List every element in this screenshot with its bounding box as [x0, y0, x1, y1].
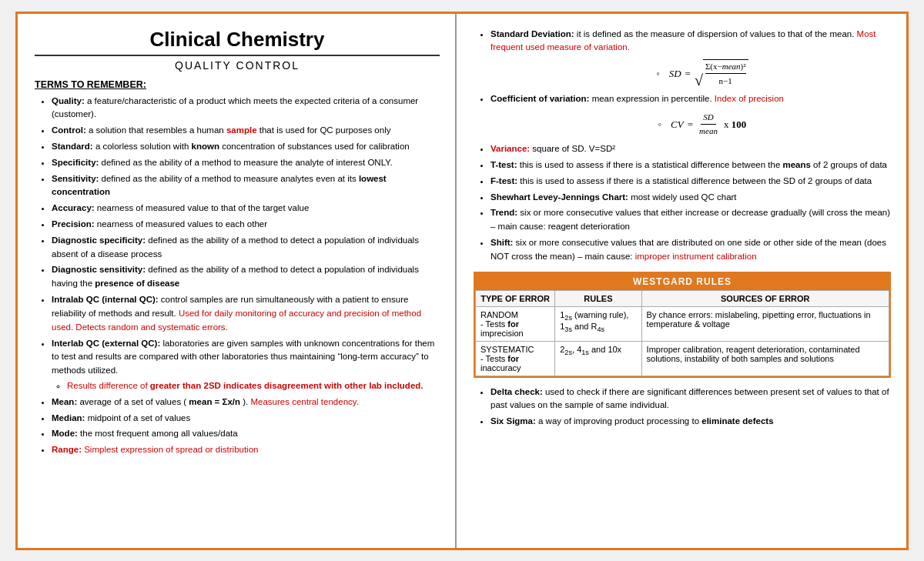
page-container: Clinical Chemistry QUALITY CONTROL TERMS…	[15, 12, 909, 550]
term-highlight: presence of disease	[95, 279, 179, 288]
list-item: Shift: six or more consecutive values th…	[490, 236, 891, 264]
westgard-header: WESTGARD RULES	[475, 273, 889, 290]
list-item: T-test: this is used to assess if there …	[490, 159, 891, 172]
list-item: Intralab QC (internal QC): control sampl…	[52, 293, 440, 334]
term-text: it is defined as the measure of dispersi…	[577, 29, 857, 38]
sources: By chance errors: mislabeling, pipetting…	[641, 306, 889, 341]
term-text: that is used for QC purposes only	[259, 125, 391, 135]
sd-formula-block: ◦ SD = √ Σ(x−mean)² n−1	[514, 59, 891, 88]
term-text: used to check if there are significant d…	[490, 387, 889, 410]
list-item: Control: a solution that resembles a hum…	[52, 124, 440, 138]
subtitle: QUALITY CONTROL	[35, 59, 440, 72]
cv-numerator: SD	[701, 111, 715, 125]
westgard-table: TYPE OF ERROR RULES SOURCES OF ERROR RAN…	[475, 290, 889, 376]
term-label: Median:	[52, 413, 85, 422]
formula-circle: ◦	[656, 68, 660, 79]
term-label: Intralab QC (internal QC):	[52, 295, 159, 304]
right-column: Standard Deviation: it is defined as the…	[457, 14, 906, 548]
term-label: Standard Deviation:	[490, 29, 574, 38]
error-type: SYSTEMATIC- Tests for inaccuracy	[476, 341, 555, 376]
list-item: Diagnostic specificity: defined as the a…	[52, 234, 440, 262]
list-item: Standard: a colorless solution with know…	[52, 140, 440, 154]
sd-formula: SD = √ Σ(x−mean)² n−1	[669, 59, 748, 88]
term-label: Six Sigma:	[490, 416, 536, 426]
list-item: Coefficient of variation: mean expressio…	[490, 92, 891, 138]
term-text: nearness of measured value to that of th…	[97, 203, 310, 212]
term-label: Mean:	[52, 397, 77, 406]
term-text: nearness of measured values to each othe…	[97, 219, 267, 229]
left-column: Clinical Chemistry QUALITY CONTROL TERMS…	[18, 14, 457, 548]
term-label: Mode:	[52, 429, 78, 438]
term-label: T-test:	[490, 160, 517, 169]
denominator: n−1	[705, 73, 746, 88]
list-item: Standard Deviation: it is defined as the…	[490, 28, 891, 88]
term-text: ).	[243, 397, 250, 406]
col-header-rules: RULES	[555, 290, 641, 306]
sub-highlight: Results difference of greater than 2SD i…	[67, 381, 424, 390]
list-item: Accuracy: nearness of measured value to …	[52, 202, 440, 215]
list-item: Median: midpoint of a set of values	[52, 412, 440, 426]
table-row: RANDOM- Tests for imprecision 12s (warni…	[476, 306, 889, 341]
cv-denominator: mean	[697, 125, 720, 138]
numerator: Σ(x−mean)²	[705, 60, 746, 73]
term-label: Range:	[52, 445, 82, 454]
list-item: Mean: average of a set of values ( mean …	[52, 396, 440, 409]
term-text: midpoint of a set of values	[88, 413, 191, 422]
term-text: this is used to assess if there is a sta…	[520, 160, 887, 169]
sub-list: Results difference of greater than 2SD i…	[52, 379, 440, 393]
sqrt-wrapper: √ Σ(x−mean)² n−1	[695, 59, 748, 88]
list-item: Results difference of greater than 2SD i…	[67, 379, 440, 393]
term-text: Simplest expression of spread or distrib…	[84, 445, 258, 454]
term-text: square of SD. V=SD²	[532, 144, 615, 153]
list-item: Shewhart Levey-Jennings Chart: most wide…	[490, 191, 891, 205]
term-text: the most frequent among all values/data	[80, 429, 238, 438]
term-label: Diagnostic sensitivity:	[52, 265, 146, 274]
term-highlight: mean = Σx/n	[189, 397, 240, 406]
term-label: Control:	[52, 125, 86, 135]
page-title: Clinical Chemistry	[35, 28, 440, 52]
list-item: Precision: nearness of measured values t…	[52, 218, 440, 232]
list-item: Diagnostic sensitivity: defined as the a…	[52, 263, 440, 291]
table-row: SYSTEMATIC- Tests for inaccuracy 22s, 41…	[476, 341, 889, 376]
list-item: Mode: the most frequent among all values…	[52, 427, 440, 441]
cv-fraction: SD mean	[697, 111, 720, 138]
formula-circle: ◦	[658, 119, 662, 130]
term-text: this is used to assess if there is a sta…	[520, 176, 872, 185]
list-item: Six Sigma: a way of improving product pr…	[490, 415, 891, 429]
term-label: F-test:	[490, 176, 517, 185]
list-item: Range: Simplest expression of spread or …	[52, 443, 440, 457]
table-header-row: TYPE OF ERROR RULES SOURCES OF ERROR	[476, 290, 889, 306]
term-label: Coefficient of variation:	[490, 94, 589, 103]
term-text: a solution that resembles a human	[89, 125, 226, 135]
col-header-sources: SOURCES OF ERROR	[641, 290, 889, 306]
term-trail: Measures central tendency.	[250, 397, 358, 406]
term-text: mean expression in percentile.	[592, 94, 715, 103]
bottom-bullets-list: Delta check: used to check if there are …	[474, 386, 891, 429]
term-label: Shewhart Levey-Jennings Chart:	[490, 192, 628, 202]
terms-list: Quality: a feature/characteristic of a p…	[35, 95, 440, 458]
term-label: Variance:	[490, 144, 530, 153]
list-item: Specificity: defined as the ability of a…	[52, 156, 440, 170]
rules: 22s, 41s and 10x	[555, 341, 641, 376]
term-label: Specificity:	[52, 158, 99, 167]
term-label: Precision:	[52, 219, 95, 229]
rules: 12s (warning rule), 13s and R4s	[555, 306, 641, 341]
term-text: defined as the ability of a method to me…	[102, 158, 393, 167]
list-item: Trend: six or more consecutive values th…	[490, 206, 891, 234]
term-text: average of a set of values (	[79, 397, 186, 406]
term-text: concentration of substances used for cal…	[222, 142, 410, 151]
term-label: Accuracy:	[52, 203, 95, 212]
term-label: Diagnostic specificity:	[52, 235, 146, 245]
term-label: Sensitivity:	[52, 174, 99, 183]
term-label: Trend:	[490, 208, 517, 217]
term-text: six or more consecutive values that eith…	[490, 208, 890, 231]
term-label: Interlab QC (external QC):	[52, 339, 160, 348]
error-type: RANDOM- Tests for imprecision	[476, 306, 555, 341]
term-label: Shift:	[490, 238, 513, 247]
sources: Improper calibration, reagent deteriorat…	[641, 341, 889, 376]
col-header-type: TYPE OF ERROR	[476, 290, 555, 306]
right-terms-list: Standard Deviation: it is defined as the…	[474, 28, 891, 264]
list-item: Quality: a feature/characteristic of a p…	[52, 95, 440, 122]
section-heading: TERMS TO REMEMBER:	[35, 79, 440, 90]
term-text: a feature/characteristic of a product wh…	[52, 96, 418, 119]
